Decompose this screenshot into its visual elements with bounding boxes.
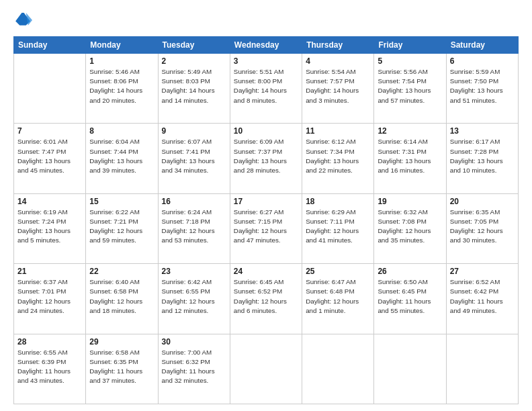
day-number: 4	[306, 56, 370, 66]
calendar-cell	[446, 334, 518, 404]
calendar-cell	[230, 334, 302, 404]
calendar-cell: 13Sunrise: 6:17 AMSunset: 7:28 PMDayligh…	[446, 124, 518, 193]
day-info: Sunrise: 6:01 AMSunset: 7:47 PMDaylight:…	[17, 137, 82, 175]
day-info: Sunrise: 6:17 AMSunset: 7:28 PMDaylight:…	[450, 137, 515, 175]
day-info: Sunrise: 6:07 AMSunset: 7:41 PMDaylight:…	[162, 137, 226, 175]
page: SundayMondayTuesdayWednesdayThursdayFrid…	[0, 0, 532, 411]
logo-icon	[13, 11, 32, 30]
calendar-cell: 16Sunrise: 6:24 AMSunset: 7:18 PMDayligh…	[158, 193, 230, 263]
calendar-cell: 11Sunrise: 6:12 AMSunset: 7:34 PMDayligh…	[302, 124, 374, 193]
col-header-friday: Friday	[374, 37, 446, 54]
day-info: Sunrise: 6:42 AMSunset: 6:55 PMDaylight:…	[162, 277, 226, 316]
day-info: Sunrise: 6:14 AMSunset: 7:31 PMDaylight:…	[378, 137, 442, 175]
calendar-cell	[374, 334, 446, 404]
col-header-sunday: Sunday	[14, 37, 86, 54]
calendar-cell: 1Sunrise: 5:46 AMSunset: 8:06 PMDaylight…	[86, 54, 158, 124]
calendar-cell: 6Sunrise: 5:59 AMSunset: 7:50 PMDaylight…	[446, 54, 518, 124]
day-number: 27	[450, 267, 515, 276]
day-number: 29	[89, 337, 154, 347]
day-info: Sunrise: 6:04 AMSunset: 7:44 PMDaylight:…	[89, 137, 154, 175]
calendar-cell: 10Sunrise: 6:09 AMSunset: 7:37 PMDayligh…	[230, 124, 302, 193]
calendar-cell: 20Sunrise: 6:35 AMSunset: 7:05 PMDayligh…	[446, 193, 518, 263]
day-number: 3	[234, 56, 298, 66]
week-row-5: 28Sunrise: 6:55 AMSunset: 6:39 PMDayligh…	[14, 334, 519, 404]
day-info: Sunrise: 6:50 AMSunset: 6:45 PMDaylight:…	[378, 277, 442, 316]
day-number: 7	[17, 126, 82, 136]
day-number: 6	[450, 56, 515, 66]
day-number: 22	[89, 267, 154, 276]
calendar-cell: 25Sunrise: 6:47 AMSunset: 6:48 PMDayligh…	[302, 264, 374, 334]
calendar-cell	[14, 54, 86, 124]
day-number: 11	[306, 126, 370, 136]
calendar-cell: 12Sunrise: 6:14 AMSunset: 7:31 PMDayligh…	[374, 124, 446, 193]
day-number: 21	[17, 267, 82, 276]
day-number: 26	[378, 267, 442, 276]
day-info: Sunrise: 6:22 AMSunset: 7:21 PMDaylight:…	[89, 208, 154, 246]
day-number: 13	[450, 126, 515, 136]
week-row-4: 21Sunrise: 6:37 AMSunset: 7:01 PMDayligh…	[14, 264, 519, 334]
day-number: 10	[234, 126, 298, 136]
day-info: Sunrise: 6:40 AMSunset: 6:58 PMDaylight:…	[89, 277, 154, 316]
calendar-cell: 28Sunrise: 6:55 AMSunset: 6:39 PMDayligh…	[14, 334, 86, 404]
logo	[13, 11, 35, 30]
calendar-cell: 19Sunrise: 6:32 AMSunset: 7:08 PMDayligh…	[374, 193, 446, 263]
day-number: 1	[89, 56, 154, 66]
calendar-cell	[302, 334, 374, 404]
day-number: 30	[162, 337, 226, 347]
calendar-cell: 9Sunrise: 6:07 AMSunset: 7:41 PMDaylight…	[158, 124, 230, 193]
day-number: 25	[306, 267, 370, 276]
day-number: 12	[378, 126, 442, 136]
col-header-wednesday: Wednesday	[230, 37, 302, 54]
day-number: 20	[450, 197, 515, 206]
day-number: 5	[378, 56, 442, 66]
calendar-cell: 17Sunrise: 6:27 AMSunset: 7:15 PMDayligh…	[230, 193, 302, 263]
day-info: Sunrise: 6:35 AMSunset: 7:05 PMDaylight:…	[450, 208, 515, 246]
week-row-2: 7Sunrise: 6:01 AMSunset: 7:47 PMDaylight…	[14, 124, 519, 193]
day-info: Sunrise: 5:59 AMSunset: 7:50 PMDaylight:…	[450, 67, 515, 105]
day-number: 18	[306, 197, 370, 206]
day-info: Sunrise: 6:24 AMSunset: 7:18 PMDaylight:…	[162, 208, 226, 246]
day-number: 16	[162, 197, 226, 206]
col-header-thursday: Thursday	[302, 37, 374, 54]
calendar-cell: 18Sunrise: 6:29 AMSunset: 7:11 PMDayligh…	[302, 193, 374, 263]
calendar-cell: 2Sunrise: 5:49 AMSunset: 8:03 PMDaylight…	[158, 54, 230, 124]
day-info: Sunrise: 6:47 AMSunset: 6:48 PMDaylight:…	[306, 277, 370, 316]
calendar-cell: 21Sunrise: 6:37 AMSunset: 7:01 PMDayligh…	[14, 264, 86, 334]
day-info: Sunrise: 6:45 AMSunset: 6:52 PMDaylight:…	[234, 277, 298, 316]
calendar-cell: 22Sunrise: 6:40 AMSunset: 6:58 PMDayligh…	[86, 264, 158, 334]
day-info: Sunrise: 5:46 AMSunset: 8:06 PMDaylight:…	[89, 67, 154, 105]
day-number: 14	[17, 197, 82, 206]
col-header-tuesday: Tuesday	[158, 37, 230, 54]
calendar-cell: 30Sunrise: 7:00 AMSunset: 6:32 PMDayligh…	[158, 334, 230, 404]
day-info: Sunrise: 6:55 AMSunset: 6:39 PMDaylight:…	[17, 348, 82, 386]
day-info: Sunrise: 6:27 AMSunset: 7:15 PMDaylight:…	[234, 208, 298, 246]
day-info: Sunrise: 5:56 AMSunset: 7:54 PMDaylight:…	[378, 67, 442, 105]
day-number: 28	[17, 337, 82, 347]
day-number: 19	[378, 197, 442, 206]
day-number: 2	[162, 56, 226, 66]
day-info: Sunrise: 6:32 AMSunset: 7:08 PMDaylight:…	[378, 208, 442, 246]
day-info: Sunrise: 6:29 AMSunset: 7:11 PMDaylight:…	[306, 208, 370, 246]
calendar-cell: 24Sunrise: 6:45 AMSunset: 6:52 PMDayligh…	[230, 264, 302, 334]
calendar-table: SundayMondayTuesdayWednesdayThursdayFrid…	[13, 36, 519, 404]
calendar-cell: 15Sunrise: 6:22 AMSunset: 7:21 PMDayligh…	[86, 193, 158, 263]
day-info: Sunrise: 6:58 AMSunset: 6:35 PMDaylight:…	[89, 348, 154, 386]
day-info: Sunrise: 7:00 AMSunset: 6:32 PMDaylight:…	[162, 348, 226, 386]
calendar-cell: 27Sunrise: 6:52 AMSunset: 6:42 PMDayligh…	[446, 264, 518, 334]
calendar-cell: 29Sunrise: 6:58 AMSunset: 6:35 PMDayligh…	[86, 334, 158, 404]
day-info: Sunrise: 5:54 AMSunset: 7:57 PMDaylight:…	[306, 67, 370, 105]
calendar-cell: 5Sunrise: 5:56 AMSunset: 7:54 PMDaylight…	[374, 54, 446, 124]
day-number: 24	[234, 267, 298, 276]
calendar-cell: 8Sunrise: 6:04 AMSunset: 7:44 PMDaylight…	[86, 124, 158, 193]
day-info: Sunrise: 6:19 AMSunset: 7:24 PMDaylight:…	[17, 208, 82, 246]
calendar-cell: 7Sunrise: 6:01 AMSunset: 7:47 PMDaylight…	[14, 124, 86, 193]
day-number: 8	[89, 126, 154, 136]
day-number: 23	[162, 267, 226, 276]
day-info: Sunrise: 6:12 AMSunset: 7:34 PMDaylight:…	[306, 137, 370, 175]
calendar-cell: 26Sunrise: 6:50 AMSunset: 6:45 PMDayligh…	[374, 264, 446, 334]
col-header-monday: Monday	[86, 37, 158, 54]
day-number: 15	[89, 197, 154, 206]
day-info: Sunrise: 5:51 AMSunset: 8:00 PMDaylight:…	[234, 67, 298, 105]
day-info: Sunrise: 6:52 AMSunset: 6:42 PMDaylight:…	[450, 277, 515, 316]
week-row-1: 1Sunrise: 5:46 AMSunset: 8:06 PMDaylight…	[14, 54, 519, 124]
